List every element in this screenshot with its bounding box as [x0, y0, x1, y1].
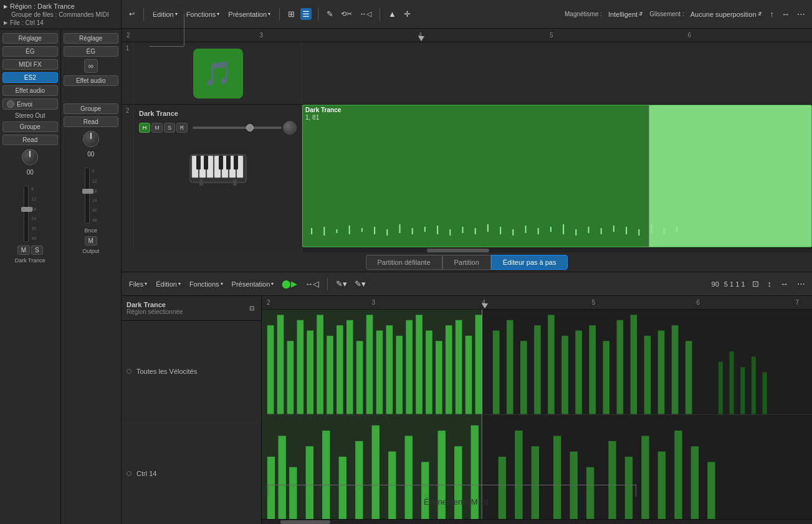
tab-editeur-pas-pas[interactable]: Éditeur pas à pas [491, 255, 568, 270]
fader-left[interactable]: 6 12 18 24 30 48 [24, 179, 36, 242]
ruler-mark-2: 2 [127, 32, 130, 39]
back-btn[interactable]: ↩ [127, 9, 137, 19]
link-btn[interactable]: ∞ [84, 59, 98, 73]
svg-rect-13 [199, 179, 203, 186]
params-line-h [150, 46, 184, 47]
es2-btn[interactable]: ES2 [2, 72, 58, 83]
reglage-btn-left[interactable]: Réglage [2, 33, 58, 44]
grid-view-btn[interactable]: ⊞ [286, 8, 297, 20]
envoi-btn[interactable]: Envoi [2, 98, 58, 110]
track-volume-slider[interactable] [193, 126, 282, 129]
midi-bars-area [262, 310, 812, 519]
position-display: 5 1 1 1 [724, 280, 745, 288]
svg-rect-113 [674, 431, 682, 519]
svg-rect-98 [405, 436, 413, 519]
evenements-midi-label: Événements MIDI [424, 497, 488, 507]
channel-strip-left: Réglage ÉG MIDI FX ES2 Effet audio Envoi… [0, 29, 61, 524]
tab-partition-defilante[interactable]: Partition défilante [366, 255, 442, 270]
svg-rect-63 [436, 341, 442, 414]
presentation-btn-top[interactable]: Présentation ▾ [226, 9, 273, 19]
fonctions-btn-bottom[interactable]: Fonctions ▾ [187, 279, 226, 289]
zoom-arrows-btn[interactable]: ↔ [780, 8, 791, 20]
svg-rect-54 [346, 320, 353, 414]
mute-solo-row-right: M [85, 236, 97, 245]
eg-btn-right[interactable]: ÉG [64, 46, 119, 57]
sep1 [143, 8, 144, 21]
stereo-out-label: Stereo Out [15, 112, 45, 119]
step-lanes-left: Toutes les Vélocités Ctrl 14 [122, 321, 261, 524]
svg-rect-105 [532, 446, 539, 519]
edition-btn-bottom[interactable]: Édition ▾ [153, 279, 183, 289]
r-btn-track[interactable]: R [176, 123, 188, 133]
midi-preview-svg [305, 222, 809, 237]
eg-btn-left[interactable]: ÉG [2, 46, 58, 57]
glissement-value-btn[interactable]: Aucune superposition ⇵ [688, 9, 765, 19]
magnetisme-label: Magnétisme : [565, 11, 602, 17]
svg-rect-58 [386, 325, 393, 414]
pencil-btn[interactable]: ✎ [325, 8, 335, 20]
s-btn-track[interactable]: S [164, 123, 175, 133]
presentation-btn-bottom[interactable]: Présentation ▾ [229, 279, 277, 289]
svg-rect-62 [426, 331, 432, 414]
svg-rect-77 [617, 320, 624, 414]
plus-cursor-btn[interactable]: ✛ [402, 8, 413, 20]
reglage-btn-right[interactable]: Réglage [64, 33, 119, 44]
more-btn-bottom[interactable]: ⋯ [795, 278, 807, 290]
tool-btn-1[interactable]: ✎▾ [334, 278, 349, 290]
loop-btn[interactable]: ⟲✂ [339, 9, 354, 19]
fonctions-chevron: ▾ [217, 11, 219, 17]
arrow-btn[interactable]: ↔◁ [358, 9, 373, 19]
midifx-btn[interactable]: MIDI FX [2, 59, 58, 70]
ctrl14-dot[interactable] [127, 471, 131, 476]
solo-btn-left[interactable]: S [31, 245, 43, 255]
region-block-main[interactable]: Dark Trance 1, 81 [302, 105, 812, 247]
hmsr-buttons: H M S R [139, 121, 297, 135]
m-btn-track[interactable]: M [151, 123, 163, 133]
fader-right[interactable]: 6 12 18 24 30 48 [85, 161, 97, 224]
files-btn[interactable]: Files ▾ [127, 279, 150, 289]
zoom-h-btn[interactable]: ↔ [778, 278, 790, 290]
presentation-chevron: ▾ [268, 11, 270, 17]
zoom-up-btn[interactable]: ↑ [768, 8, 776, 20]
region-coords-label: 1, 81 [305, 114, 319, 121]
groupe-btn-right[interactable]: Groupe [64, 103, 119, 114]
channel-strip-right: Réglage ÉG ∞ Effet audio Groupe Read 00 … [61, 29, 122, 524]
read-btn-left[interactable]: Read [2, 135, 58, 145]
svg-rect-114 [691, 446, 699, 519]
record-btn[interactable]: ⬤▶ [280, 278, 299, 290]
cursor-btn[interactable]: ▲ [386, 8, 398, 20]
velocity-dot[interactable] [127, 369, 131, 374]
pan-knob-right[interactable] [83, 131, 99, 147]
read-btn-right[interactable]: Read [64, 117, 119, 127]
track-pan-knob[interactable] [283, 121, 297, 135]
magnetisme-value-btn[interactable]: Intelligent ⇵ [606, 9, 646, 19]
pan-knob-left[interactable] [22, 149, 38, 165]
more-btn[interactable]: ⋯ [795, 8, 807, 20]
h-btn[interactable]: H [139, 123, 150, 133]
zoom-v-btn[interactable]: ↕ [766, 278, 774, 290]
svg-rect-101 [454, 446, 462, 519]
loop-btn-bottom[interactable]: ↔◁ [303, 278, 321, 290]
region-name-label: Dark Trance [305, 107, 341, 113]
step-canvas-area: 2 3 4 5 6 7 [262, 296, 812, 524]
effet-audio-btn-left[interactable]: Effet audio [2, 85, 58, 96]
mute-btn-right[interactable]: M [85, 236, 97, 245]
list-view-btn[interactable]: ☰ [300, 8, 312, 20]
b-ruler-2: 2 [267, 299, 270, 306]
effet-audio-btn-right[interactable]: Effet audio [64, 75, 119, 86]
top-scrollbar[interactable] [302, 247, 812, 252]
svg-rect-51 [317, 315, 323, 414]
tool-btn-2[interactable]: ✎▾ [353, 278, 368, 290]
bottom-scrollbar[interactable] [262, 519, 812, 524]
tab-partition[interactable]: Partition [442, 255, 491, 270]
mute-btn-left[interactable]: M [17, 245, 30, 255]
groupe-btn-left[interactable]: Groupe [2, 121, 58, 132]
region-expand-btn[interactable]: ⊡ [247, 303, 256, 313]
playhead-marker-top [418, 36, 424, 41]
bottom-scrollbar-thumb[interactable] [280, 520, 330, 524]
track-num-2: 2 [122, 105, 134, 252]
tracks-canvas: Dark Trance 1, 81 [302, 42, 812, 252]
fit-btn[interactable]: ⊡ [750, 278, 761, 290]
svg-rect-10 [219, 156, 223, 169]
track-info-panel: ▶ Région : Dark Trance Groupe de files :… [0, 0, 121, 29]
